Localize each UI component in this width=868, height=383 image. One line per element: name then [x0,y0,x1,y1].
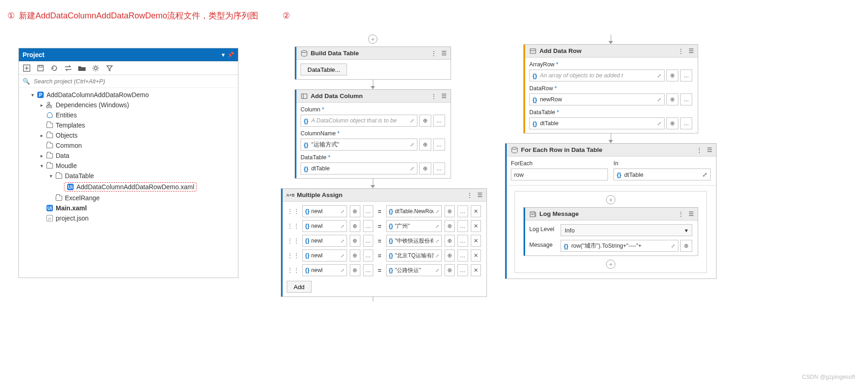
tree-main[interactable]: UiMain.xaml [37,203,238,213]
tree-moudle[interactable]: ▾Moudle [37,161,238,171]
assign-left-input[interactable]: {}newl⤢ [302,220,347,232]
collapse-icon[interactable]: ☰ [441,50,447,57]
plus-button[interactable]: ⊕ [419,162,431,174]
plus-button[interactable]: ⊕ [445,220,455,232]
assign-right-input[interactable]: {}"公路快运"⤢ [386,264,442,276]
tree-templates[interactable]: Templates [37,120,238,130]
more-icon[interactable]: ⋮ [467,192,473,198]
tree-root[interactable]: ▾PAddDataColumnAddDataRowDemo [28,90,238,100]
build-data-table-activity[interactable]: Build Data Table ⋮☰ DataTable... [295,46,451,80]
drag-handle-icon[interactable]: ⋮⋮ [287,252,300,259]
ellipsis-button[interactable]: … [433,162,445,174]
ellipsis-button[interactable]: … [433,139,445,151]
ellipsis-button[interactable]: … [457,235,468,247]
remove-button[interactable]: ✕ [471,205,481,217]
plus-button[interactable]: ⊕ [666,93,678,105]
ellipsis-button[interactable]: … [680,117,692,129]
ellipsis-button[interactable]: … [363,235,373,247]
assign-right-input[interactable]: {}"中铁快运股份有限⤢ [386,235,442,247]
collapse-icon[interactable]: ☰ [441,93,447,99]
save-icon[interactable] [36,64,45,72]
log-message-activity[interactable]: Log Message ⋮☰ Log Level Info▾ Message [523,207,698,256]
refresh-icon[interactable] [50,64,58,72]
ellipsis-button[interactable]: … [457,250,468,261]
ellipsis-button[interactable]: … [457,264,468,276]
plus-button[interactable]: ⊕ [666,70,678,81]
log-message-input[interactable]: {}row("城市").ToString+"----"+⤢ [561,240,678,252]
plus-button[interactable]: ⊕ [350,250,360,261]
tree-datatable[interactable]: ▾DataTable [46,171,238,181]
tree-project-json[interactable]: jsproject.json [37,213,238,223]
add-assign-button[interactable]: Add [287,281,312,293]
panel-pin-icon[interactable]: 📌 [227,52,234,58]
panel-dropdown-icon[interactable]: ▾ [222,52,225,58]
assign-left-input[interactable]: {}newl⤢ [302,205,347,217]
plus-button[interactable]: ⊕ [445,205,455,217]
log-level-select[interactable]: Info▾ [561,224,692,236]
foreach-in-input[interactable]: {}dtTable⤢ [613,168,711,180]
more-icon[interactable]: ⋮ [678,210,684,217]
assign-left-input[interactable]: {}newl⤢ [302,264,347,276]
more-icon[interactable]: ⋮ [678,47,684,54]
tree-objects[interactable]: ▸Objects [37,130,238,140]
ellipsis-button[interactable]: … [433,115,445,127]
tree-entities[interactable]: Entities [37,110,238,120]
remove-button[interactable]: ✕ [471,264,481,276]
plus-button[interactable]: ⊕ [350,220,360,232]
foreach-var-input[interactable]: row [511,168,608,180]
arrayrow-input[interactable]: {}An array of objects to be added t⤢ [529,70,665,81]
tree-demo-file[interactable]: UiAddDataColumnAddDataRowDemo.xaml [56,181,238,193]
tree-common[interactable]: Common [37,140,238,151]
foreach-row-activity[interactable]: For Each Row in Data Table ⋮☰ ForEach ro… [505,143,717,279]
plus-button[interactable]: ⊕ [666,117,678,129]
assign-right-input[interactable]: {}"北京TQ运输有限公⤢ [386,250,442,261]
plus-button[interactable]: ⊕ [419,139,431,151]
drag-handle-icon[interactable]: ⋮⋮ [287,267,300,274]
filter-icon[interactable] [105,64,114,72]
search-input[interactable] [33,77,234,85]
ellipsis-button[interactable]: … [680,70,692,81]
tree-excelrange[interactable]: ExcelRange [46,193,238,203]
datatable-input[interactable]: {}dtTable⤢ [301,162,417,174]
collapse-icon[interactable]: ☰ [689,47,694,54]
tree-dependencies[interactable]: ▸Dependencies (Windows) [37,100,238,110]
drag-handle-icon[interactable]: ⋮⋮ [287,222,300,230]
multiple-assign-activity[interactable]: A+B Multiple Assign ⋮☰ ⋮⋮{}newl⤢⊕…={}dtT… [281,188,487,297]
datatable-input[interactable]: {}dtTable⤢ [529,117,665,129]
plus-button[interactable]: ⊕ [350,235,360,247]
add-before-log-icon[interactable]: + [606,195,615,204]
plus-button[interactable]: ⊕ [445,250,455,261]
assign-left-input[interactable]: {}newl⤢ [302,235,347,247]
more-icon[interactable]: ⋮ [696,146,702,153]
ellipsis-button[interactable]: … [363,205,373,217]
plus-button[interactable]: ⊕ [445,264,455,276]
gear-icon[interactable] [92,64,100,72]
plus-button[interactable]: ⊕ [350,264,360,276]
ellipsis-button[interactable]: … [363,220,373,232]
remove-button[interactable]: ✕ [471,235,481,247]
plus-button[interactable]: ⊕ [419,115,431,127]
assign-right-input[interactable]: {}dtTable.NewRow⤢ [386,205,442,217]
assign-right-input[interactable]: {}"广州"⤢ [386,220,442,232]
ellipsis-button[interactable]: … [680,93,692,105]
more-icon[interactable]: ⋮ [431,93,437,99]
drag-handle-icon[interactable]: ⋮⋮ [287,208,300,215]
add-after-log-icon[interactable]: + [606,260,615,269]
add-data-column-activity[interactable]: Add Data Column ⋮☰ Column * {}A DataColu… [295,89,451,179]
add-data-row-activity[interactable]: Add Data Row ⋮☰ ArrayRow * {}An array of… [523,44,698,133]
plus-button[interactable]: ⊕ [680,240,692,252]
tree-data[interactable]: ▸Data [37,151,238,161]
collapse-icon[interactable]: ☰ [477,192,483,198]
sync-icon[interactable] [64,64,72,72]
new-icon[interactable] [23,64,31,72]
ellipsis-button[interactable]: … [457,205,468,217]
remove-button[interactable]: ✕ [471,220,481,232]
ellipsis-button[interactable]: … [363,250,373,261]
ellipsis-button[interactable]: … [363,264,373,276]
ellipsis-button[interactable]: … [457,220,468,232]
datarow-input[interactable]: {}newRow⤢ [529,93,665,105]
open-folder-icon[interactable] [78,64,86,72]
collapse-icon[interactable]: ☰ [689,210,694,217]
more-icon[interactable]: ⋮ [431,50,437,57]
add-before-icon[interactable]: + [368,35,377,44]
